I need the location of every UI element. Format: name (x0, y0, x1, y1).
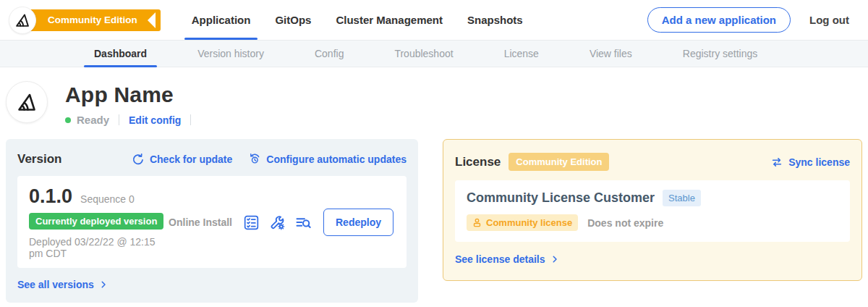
app-header: App Name Ready Edit config (0, 67, 868, 139)
nav-item-snapshots[interactable]: Snapshots (455, 0, 535, 40)
sync-license-label: Sync license (788, 156, 850, 168)
see-all-versions-label: See all versions (17, 279, 94, 290)
community-edition-ribbon: Community Edition (23, 9, 161, 31)
tab-troubleshoot[interactable]: Troubleshoot (384, 41, 463, 67)
tab-view-files[interactable]: View files (579, 41, 642, 67)
version-card-title: Version (17, 152, 61, 167)
top-nav: Community Edition Application GitOps Clu… (0, 0, 868, 40)
app-avatar (6, 81, 48, 123)
preflight-checks-icon (243, 214, 260, 231)
deployed-timestamp: Deployed 03/22/22 @ 12:15 pm CDT (29, 236, 169, 259)
nav-item-cluster-management[interactable]: Cluster Management (323, 0, 455, 40)
sync-arrows-icon (770, 156, 783, 169)
config-tools-button[interactable] (269, 214, 286, 231)
nav-item-gitops[interactable]: GitOps (263, 0, 323, 40)
tab-registry-settings[interactable]: Registry settings (673, 41, 767, 67)
tab-version-history[interactable]: Version history (187, 41, 274, 67)
license-details-panel: Community License Customer Stable Commun… (455, 180, 850, 242)
configure-automatic-updates-link[interactable]: Configure automatic updates (248, 153, 407, 166)
license-card: License Community Edition Sync license C… (443, 139, 862, 281)
dashboard-content: Version Check for update (0, 139, 868, 303)
customer-name: Community License Customer (467, 190, 655, 206)
tab-license[interactable]: License (494, 41, 549, 67)
check-for-update-label: Check for update (150, 154, 232, 165)
configure-automatic-updates-label: Configure automatic updates (266, 154, 407, 165)
chevron-right-icon (99, 280, 108, 289)
sync-license-link[interactable]: Sync license (770, 156, 850, 169)
primary-nav: Application GitOps Cluster Management Sn… (179, 0, 535, 40)
tab-dashboard[interactable]: Dashboard (84, 41, 157, 67)
page-title: App Name (65, 83, 200, 107)
currently-deployed-badge: Currently deployed version (29, 213, 163, 230)
preflight-checks-button[interactable] (243, 214, 260, 231)
version-number: 0.1.0 (29, 185, 72, 208)
logout-link[interactable]: Log out (809, 14, 849, 26)
see-license-details-label: See license details (455, 253, 545, 265)
check-for-update-link[interactable]: Check for update (132, 153, 232, 166)
add-new-application-button[interactable]: Add a new application (647, 7, 791, 33)
view-logs-icon (295, 214, 312, 231)
divider (190, 114, 191, 125)
chevron-right-icon (550, 255, 559, 264)
channel-badge: Stable (663, 190, 701, 206)
current-version-panel: 0.1.0 Sequence 0 Currently deployed vers… (17, 176, 407, 268)
sequence-label: Sequence 0 (80, 193, 135, 205)
ready-status-dot (65, 117, 71, 123)
expiration-label: Does not expire (587, 217, 663, 229)
config-tools-icon (269, 214, 286, 231)
person-license-icon (472, 218, 482, 227)
community-edition-badge: Community Edition (509, 153, 609, 171)
schedule-update-icon (248, 153, 261, 166)
version-card: Version Check for update (6, 139, 418, 303)
top-nav-right: Add a new application Log out (647, 0, 868, 40)
license-type-label: Community license (486, 217, 572, 228)
status-label: Ready (77, 114, 109, 126)
edit-config-link[interactable]: Edit config (129, 114, 181, 126)
nav-item-application[interactable]: Application (179, 0, 263, 40)
view-logs-button[interactable] (295, 214, 312, 231)
see-license-details-link[interactable]: See license details (455, 253, 559, 265)
tab-config[interactable]: Config (305, 41, 354, 67)
license-card-title: License (455, 155, 501, 169)
refresh-icon (132, 153, 145, 166)
see-all-versions-link[interactable]: See all versions (17, 279, 108, 290)
install-type-label: Online Install (169, 216, 232, 228)
app-logo-icon (15, 91, 38, 114)
brand: Community Edition (9, 0, 161, 40)
replicated-logo-icon (14, 12, 31, 29)
redeploy-button[interactable]: Redeploy (323, 209, 393, 236)
license-type-badge: Community license (467, 214, 578, 231)
replicated-logo[interactable] (9, 7, 36, 34)
app-sub-nav: Dashboard Version history Config Trouble… (0, 40, 868, 67)
divider (119, 114, 119, 125)
